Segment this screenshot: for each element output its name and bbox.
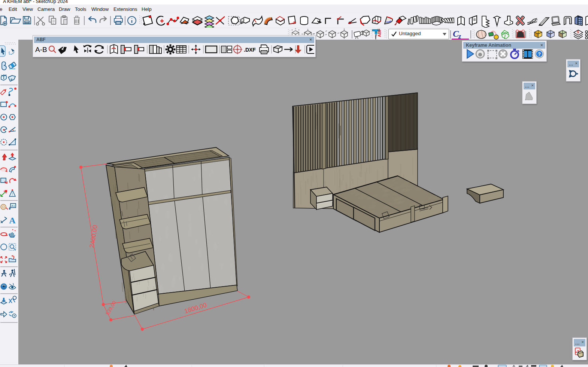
svg-text:A1: A1 <box>11 204 15 208</box>
svg-text:.DXF: .DXF <box>244 47 256 53</box>
svg-text:539,00: 539,00 <box>105 300 118 316</box>
svg-text:A-B: A-B <box>35 46 47 53</box>
svg-text:S: S <box>577 30 579 34</box>
svg-text:A: A <box>9 215 16 225</box>
svg-text:?: ? <box>538 51 541 57</box>
svg-text:ABF: ABF <box>377 28 382 37</box>
svg-text:2400,00: 2400,00 <box>88 224 99 248</box>
